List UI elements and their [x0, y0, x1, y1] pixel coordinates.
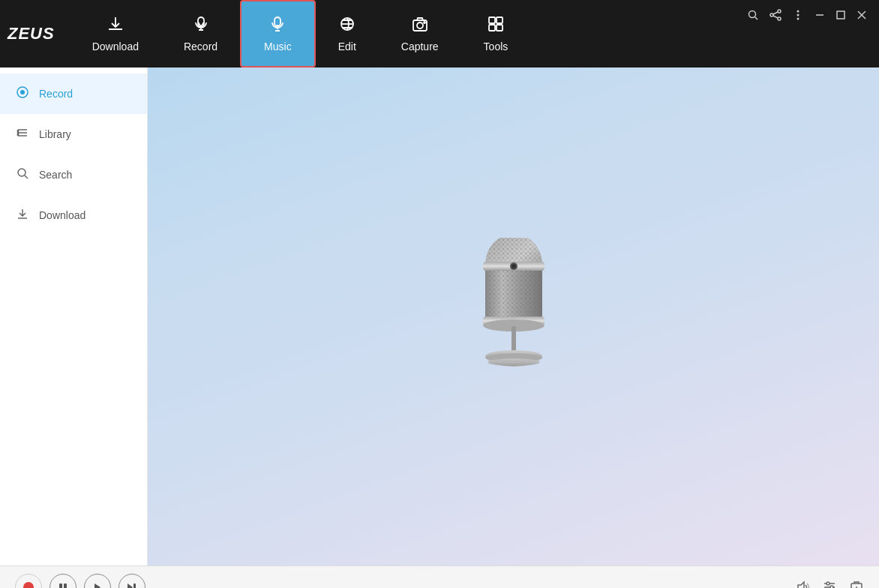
library-sidebar-icon	[15, 126, 30, 142]
svg-line-17	[773, 16, 778, 18]
share-window-icon[interactable]	[770, 9, 782, 21]
right-controls	[795, 580, 864, 589]
tune-icon[interactable]	[822, 580, 837, 589]
volume-icon[interactable]	[795, 580, 810, 589]
svg-marker-53	[798, 582, 804, 589]
svg-point-14	[770, 14, 773, 16]
sidebar-item-download[interactable]: Download	[0, 195, 147, 236]
tools-nav-icon	[487, 15, 505, 36]
sidebar-download-label: Download	[39, 209, 86, 221]
tools-nav-label: Tools	[484, 40, 508, 52]
nav-tab-tools[interactable]: Tools	[461, 0, 531, 68]
svg-marker-50	[94, 584, 100, 589]
nav-tab-music[interactable]: Music	[240, 0, 316, 68]
svg-rect-8	[496, 17, 502, 23]
svg-rect-48	[59, 584, 62, 589]
svg-point-57	[826, 582, 830, 585]
sidebar-item-search[interactable]: Search	[0, 154, 147, 195]
nav-tab-edit[interactable]: Edit	[316, 0, 379, 68]
more-window-icon[interactable]	[792, 9, 804, 21]
record-button[interactable]	[15, 574, 42, 589]
svg-line-16	[773, 12, 778, 14]
svg-point-15	[778, 17, 781, 20]
download-nav-label: Download	[92, 40, 139, 52]
edit-nav-icon	[338, 15, 356, 36]
svg-point-11	[749, 11, 756, 18]
svg-rect-49	[64, 584, 67, 589]
nav-tab-record[interactable]: Record	[161, 0, 240, 68]
search-sidebar-icon	[15, 166, 30, 183]
svg-point-26	[20, 90, 25, 94]
sidebar-item-record[interactable]: Record	[0, 74, 147, 114]
microphone-illustration	[465, 238, 562, 395]
playback-controls	[15, 574, 146, 589]
edit-nav-label: Edit	[338, 40, 356, 52]
record-nav-icon	[192, 15, 210, 36]
svg-rect-7	[489, 17, 495, 23]
nav-tab-capture[interactable]: Capture	[379, 0, 461, 68]
export-icon[interactable]	[849, 580, 864, 589]
window-controls	[747, 9, 867, 21]
svg-point-5	[417, 22, 423, 28]
sidebar-search-label: Search	[39, 169, 72, 181]
capture-nav-label: Capture	[401, 40, 439, 52]
record-dot-icon	[23, 582, 34, 589]
svg-point-20	[797, 18, 800, 20]
record-sidebar-icon	[15, 86, 30, 102]
svg-point-41	[512, 264, 516, 268]
svg-point-6	[424, 22, 425, 23]
svg-marker-51	[128, 584, 133, 589]
svg-rect-52	[134, 584, 136, 589]
app-logo: ZEUS	[8, 24, 55, 44]
svg-point-58	[830, 586, 833, 589]
pause-button[interactable]	[50, 574, 76, 589]
titlebar: ZEUS Download Record	[0, 0, 879, 68]
search-window-icon[interactable]	[747, 9, 759, 21]
svg-line-12	[755, 17, 758, 20]
svg-rect-10	[496, 25, 502, 31]
skip-button[interactable]	[118, 574, 146, 589]
svg-point-47	[488, 358, 540, 366]
svg-line-32	[25, 176, 28, 178]
sidebar-item-library[interactable]: Library	[0, 114, 147, 154]
svg-rect-22	[837, 11, 844, 19]
music-nav-label: Music	[264, 40, 292, 52]
bottom-bar	[0, 566, 879, 588]
download-nav-icon	[106, 15, 124, 36]
svg-point-18	[797, 10, 800, 13]
svg-rect-38	[485, 264, 542, 320]
capture-nav-icon	[411, 15, 429, 36]
nav-tab-download[interactable]: Download	[70, 0, 161, 68]
play-button[interactable]	[84, 574, 111, 589]
record-nav-label: Record	[184, 40, 218, 52]
music-nav-icon	[268, 15, 286, 36]
app-body: Record Library Search	[0, 68, 879, 566]
close-button[interactable]	[856, 10, 867, 20]
svg-rect-9	[489, 25, 495, 31]
sidebar-record-label: Record	[39, 88, 73, 100]
maximize-button[interactable]	[836, 10, 846, 20]
minimize-button[interactable]	[814, 10, 825, 20]
sidebar: Record Library Search	[0, 68, 148, 566]
main-content	[148, 68, 879, 566]
svg-point-19	[797, 14, 800, 16]
svg-point-31	[18, 169, 26, 176]
download-sidebar-icon	[15, 207, 30, 224]
svg-point-13	[778, 10, 781, 13]
sidebar-library-label: Library	[39, 128, 71, 140]
